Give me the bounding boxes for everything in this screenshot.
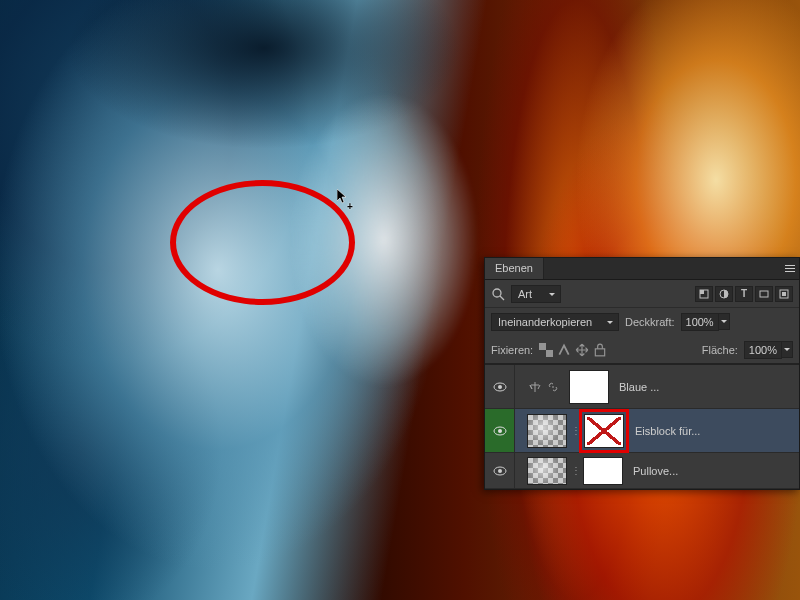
eye-icon xyxy=(493,426,507,436)
layer-mask-thumbnail[interactable] xyxy=(569,370,609,404)
eye-icon xyxy=(493,382,507,392)
layer-thumbnail[interactable] xyxy=(527,457,567,485)
layer-filter-row: Art T xyxy=(485,280,799,308)
filter-smart-icon[interactable] xyxy=(775,286,793,302)
layer-mask-thumbnail-disabled[interactable] xyxy=(584,414,624,448)
lock-fill-row: Fixieren: Fläche: 100% xyxy=(485,336,799,364)
eye-icon xyxy=(493,466,507,476)
panel-tab-bar: Ebenen xyxy=(485,258,799,280)
lock-transparency-icon[interactable] xyxy=(539,343,553,357)
filter-type-icon[interactable]: T xyxy=(735,286,753,302)
svg-rect-7 xyxy=(782,292,786,296)
mask-link-icon[interactable]: ⋮ xyxy=(571,465,579,476)
hamburger-icon xyxy=(785,265,795,273)
svg-point-12 xyxy=(498,385,502,389)
layer-name-label[interactable]: Pullove... xyxy=(627,465,799,477)
layer-name-label[interactable]: Blaue ... xyxy=(613,381,799,393)
tab-layers[interactable]: Ebenen xyxy=(485,258,544,279)
layer-adjust-icons xyxy=(523,381,565,393)
annotation-highlight-box xyxy=(579,409,629,453)
annotation-ellipse xyxy=(170,180,355,305)
svg-rect-10 xyxy=(596,348,605,355)
fill-input[interactable]: 100% xyxy=(744,341,782,359)
fill-flyout-button[interactable] xyxy=(782,341,793,358)
svg-point-0 xyxy=(493,289,501,297)
blend-mode-dropdown[interactable]: Ineinanderkopieren xyxy=(491,313,619,331)
svg-rect-9 xyxy=(546,350,553,357)
opacity-label: Deckkraft: xyxy=(625,316,675,328)
svg-line-1 xyxy=(500,296,504,300)
layer-mask-thumbnail[interactable] xyxy=(583,457,623,485)
svg-rect-3 xyxy=(700,290,704,294)
layer-name-label[interactable]: Eisblock für... xyxy=(629,425,799,437)
layer-visibility-toggle[interactable] xyxy=(485,365,515,408)
layer-row-pullover[interactable]: ⋮ Pullove... xyxy=(485,453,799,489)
layer-visibility-toggle[interactable] xyxy=(485,409,515,452)
filter-shape-icon[interactable] xyxy=(755,286,773,302)
filter-pixel-icon[interactable] xyxy=(695,286,713,302)
opacity-input[interactable]: 100% xyxy=(681,313,719,331)
layers-panel: Ebenen Art T Ineinanderkopieren Deckkraf… xyxy=(484,257,800,490)
lock-label: Fixieren: xyxy=(491,344,533,356)
fill-label: Fläche: xyxy=(702,344,738,356)
svg-point-14 xyxy=(498,429,502,433)
svg-rect-8 xyxy=(539,343,546,350)
panel-menu-button[interactable] xyxy=(781,258,799,279)
blend-opacity-row: Ineinanderkopieren Deckkraft: 100% xyxy=(485,308,799,336)
balance-icon xyxy=(529,381,541,393)
search-icon xyxy=(491,287,505,301)
lock-pixels-icon[interactable] xyxy=(557,343,571,357)
layer-visibility-toggle[interactable] xyxy=(485,453,515,488)
layers-list: Blaue ... ⋮ Eisblock für... ⋮ Pullove... xyxy=(485,364,799,489)
move-cursor: + xyxy=(337,189,353,209)
layer-row-blaue[interactable]: Blaue ... xyxy=(485,365,799,409)
filter-type-buttons: T xyxy=(695,286,793,302)
mask-link-icon[interactable]: ⋮ xyxy=(571,425,579,436)
svg-point-16 xyxy=(498,469,502,473)
filter-kind-dropdown[interactable]: Art xyxy=(511,285,561,303)
lock-buttons xyxy=(539,343,607,357)
layer-thumbnail[interactable] xyxy=(527,414,567,448)
link-icon xyxy=(547,381,559,393)
lock-position-icon[interactable] xyxy=(575,343,589,357)
filter-adjust-icon[interactable] xyxy=(715,286,733,302)
lock-all-icon[interactable] xyxy=(593,343,607,357)
layer-row-eisblock[interactable]: ⋮ Eisblock für... xyxy=(485,409,799,453)
opacity-flyout-button[interactable] xyxy=(719,313,730,330)
svg-rect-5 xyxy=(760,291,768,297)
